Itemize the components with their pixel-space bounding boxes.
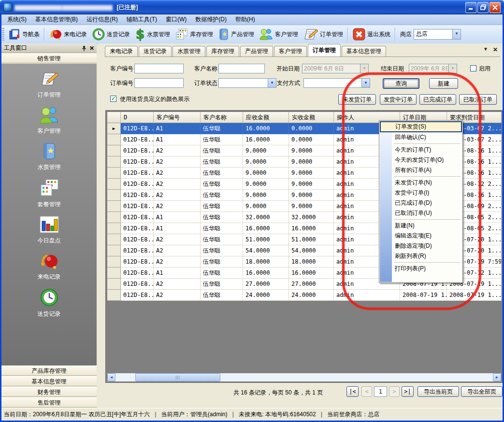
sidebar-item-today-inventory[interactable]: 今日盘点 (1, 215, 97, 245)
prev-page-button[interactable]: < (361, 386, 372, 397)
column-header-received[interactable]: 实收金额 (289, 112, 334, 123)
end-date-picker[interactable]: 2009年 6月 8日 ▼ (409, 64, 457, 73)
column-header-id[interactable]: D (121, 112, 154, 123)
row-selector[interactable] (107, 290, 121, 301)
row-selector[interactable] (107, 134, 121, 145)
toolbar-inventory-button[interactable]: 库存管理 (173, 26, 216, 42)
scroll-right-icon[interactable]: ► (493, 373, 501, 381)
context-menu-item[interactable]: 打印列表(P) (379, 264, 462, 274)
first-page-button[interactable]: |< (346, 386, 359, 397)
order-status-select[interactable]: ▼ (218, 78, 276, 88)
toolbar-exit-button[interactable]: 退出系统 (350, 26, 393, 42)
context-menu-item[interactable]: 已取消订单(U) (379, 208, 462, 218)
context-menu-item[interactable]: 编辑选定项(E) (379, 231, 462, 241)
row-selector[interactable] (107, 245, 121, 256)
row-selector[interactable] (107, 256, 121, 267)
table-row[interactable]: 012D-E8...A2伍华聪24.000024.0000admin2008-0… (107, 290, 502, 301)
sidebar-close-icon[interactable]: ✕ (89, 45, 94, 52)
sidebar-section-product-inventory[interactable]: 产品库存管理 (1, 366, 97, 376)
last-page-button[interactable]: >| (402, 386, 414, 397)
shop-select[interactable]: 总店 ▼ (414, 29, 461, 40)
start-date-picker[interactable]: 2009年 6月 8日 ▼ (302, 64, 369, 73)
row-selector[interactable]: ▶ (107, 123, 121, 134)
column-header-customer-no[interactable]: 客户编号 (154, 112, 201, 123)
row-selector[interactable] (107, 145, 121, 156)
customer-name-input[interactable] (218, 64, 265, 73)
tab-water-ticket[interactable]: 水票管理 (173, 46, 205, 56)
sidebar-section-basic-info[interactable]: 基本信息管理 (1, 376, 97, 386)
shipping-orders-button[interactable]: 发货中订单 (380, 94, 417, 105)
delivery-color-checkbox[interactable]: ✓ (110, 96, 116, 102)
sidebar-item-water-ticket-mgmt[interactable]: 水票管理 (1, 142, 97, 171)
context-menu-item[interactable]: 已完成订单(D) (379, 198, 462, 208)
sidebar-section-after-sales[interactable]: 售后管理 (1, 397, 97, 408)
dropdown-arrow-icon[interactable]: ▼ (361, 79, 370, 87)
pin-icon[interactable] (82, 45, 86, 51)
row-selector[interactable] (107, 190, 121, 201)
context-menu-item[interactable]: 订单发货(S) (380, 121, 462, 132)
toolbar-delivery-records-button[interactable]: 送货记录 (89, 26, 132, 42)
tab-delivery-records[interactable]: 送货记录 (139, 46, 172, 56)
sidebar-item-order-mgmt[interactable]: 订单管理 (1, 70, 97, 99)
toolbar-call-records-button[interactable]: 来电记录 (46, 26, 89, 42)
sidebar-item-call-records[interactable]: 来电记录 (1, 252, 97, 281)
tab-list-dropdown-icon[interactable]: ▼ (483, 46, 488, 53)
sidebar-item-customer-mgmt[interactable]: 客户管理 (1, 106, 97, 135)
toolbar-order-button[interactable]: 订单管理 (301, 26, 346, 42)
context-menu-item[interactable]: 新建(N) (379, 221, 462, 231)
row-selector[interactable] (107, 156, 121, 168)
row-selector[interactable] (107, 223, 121, 234)
row-selector[interactable] (107, 279, 121, 290)
completed-orders-button[interactable]: 已完成订单 (419, 94, 456, 105)
context-menu-item[interactable]: 所有的订单(A) (379, 165, 462, 175)
close-button[interactable] (490, 2, 501, 13)
tab-close-icon[interactable]: ✕ (493, 46, 498, 53)
tab-customer[interactable]: 客户管理 (274, 46, 307, 56)
row-selector[interactable] (107, 201, 121, 212)
scrollbar-thumb[interactable] (135, 373, 220, 381)
tab-basic-info[interactable]: 基本信息管理 (342, 46, 386, 56)
sidebar-item-delivery-records[interactable]: 送货记录 (1, 288, 97, 318)
query-button[interactable]: 查询 (383, 78, 419, 89)
context-menu-item[interactable]: 刷新列表(R) (379, 251, 462, 261)
pay-method-select[interactable]: ▼ (303, 78, 370, 88)
menu-window[interactable]: 窗口(W) (161, 14, 191, 25)
cancelled-orders-button[interactable]: 已取消订单 (459, 94, 497, 105)
toolbar-water-ticket-button[interactable]: $ 水票管理 (132, 26, 173, 42)
customer-no-input[interactable] (134, 64, 184, 73)
tab-call-records[interactable]: 来电记录 (105, 46, 138, 56)
export-all-pages-button[interactable]: 导出全部页 (461, 386, 503, 397)
tab-order-mgmt[interactable]: 订单管理 (308, 44, 341, 56)
order-no-input[interactable] (134, 78, 184, 88)
unshipped-orders-button[interactable]: 未发货订单 (338, 94, 376, 105)
row-selector[interactable] (107, 234, 121, 245)
menu-run-info[interactable]: 运行信息(R) (82, 14, 122, 25)
sidebar-section-finance[interactable]: 财务管理 (1, 387, 97, 397)
toolbar-product-button[interactable]: 产品管理 (216, 26, 257, 42)
toolbar-customer-button[interactable]: 客户管理 (257, 26, 301, 42)
restore-button[interactable] (477, 2, 489, 13)
next-page-button[interactable]: > (389, 386, 400, 397)
tab-inventory[interactable]: 库存管理 (206, 46, 239, 56)
dropdown-arrow-icon[interactable]: ▼ (452, 29, 461, 39)
column-header-customer-name[interactable]: 客户名称 (201, 112, 243, 123)
context-menu-item[interactable]: 删除选定项(D) (379, 241, 462, 251)
sidebar-item-package-mgmt[interactable]: 套餐管理 (1, 178, 97, 209)
context-menu-item[interactable]: 回单确认(C) (379, 132, 462, 142)
toolbar-nav-strip-button[interactable]: 导航条 (6, 26, 42, 42)
column-header-receivable[interactable]: 应收金额 (243, 112, 289, 123)
row-selector[interactable] (107, 267, 121, 279)
sidebar-section-sales[interactable]: 销售管理 (1, 53, 97, 63)
menu-aux-tools[interactable]: 辅助工具(T) (122, 14, 161, 25)
export-current-page-button[interactable]: 导出当前页 (418, 386, 459, 397)
context-menu-item[interactable]: 今天的发货订单(O) (379, 155, 462, 165)
minimize-button[interactable] (465, 2, 476, 13)
dropdown-arrow-icon[interactable]: ▼ (268, 79, 276, 87)
menu-system[interactable]: 系统(S) (3, 14, 31, 25)
menu-basic-info[interactable]: 基本信息管理(B) (31, 14, 82, 25)
context-menu-item[interactable]: 未发货订单(N) (379, 178, 462, 188)
new-button[interactable]: 新建 (429, 78, 458, 89)
horizontal-scrollbar[interactable]: ◄ ► (107, 373, 501, 381)
column-header-selector[interactable] (107, 112, 121, 123)
page-number-box[interactable]: 1 (374, 386, 387, 397)
